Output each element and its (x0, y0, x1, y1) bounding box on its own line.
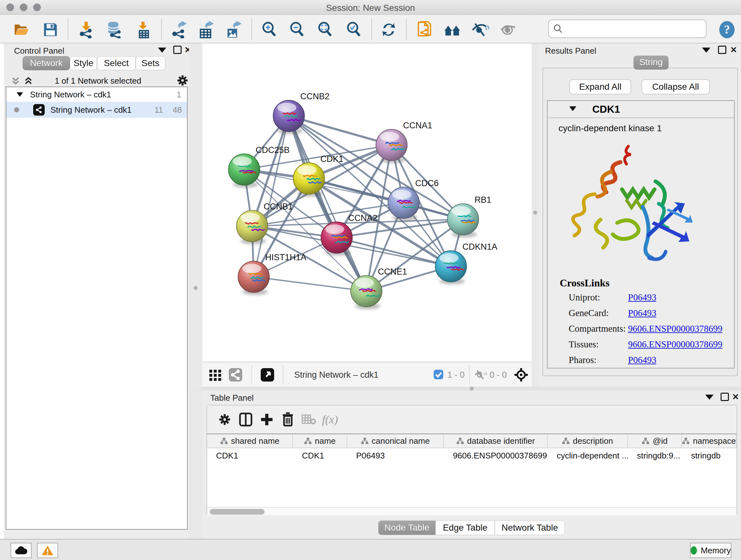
net-toolbar-separator (469, 366, 470, 384)
table-panel-menu-icon[interactable] (705, 395, 714, 400)
collection-expander-icon[interactable] (16, 90, 23, 100)
table-panel: Table Panel ✕ f(x) shared namenamecanoni… (202, 390, 741, 539)
protein-section-header[interactable]: CDK1 (548, 101, 734, 118)
horizontal-splitter[interactable] (202, 387, 741, 390)
network-node-hist1h1a[interactable]: HIST1H1A (238, 253, 307, 295)
column-header-canonical-name[interactable]: canonical name (347, 434, 444, 448)
tab-sets[interactable]: Sets (136, 56, 165, 70)
warnings-button[interactable] (37, 543, 58, 558)
expand-all-button[interactable]: Expand All (569, 79, 631, 95)
refresh-icon[interactable] (380, 21, 398, 39)
main-toolbar: ? (0, 15, 741, 44)
first-neighbors-icon[interactable] (444, 21, 461, 39)
cloud-button[interactable] (10, 543, 31, 558)
selected-node-edge-count: 1 - 0 (448, 370, 465, 380)
network-node-cdc25b[interactable]: CDC25B (228, 145, 290, 188)
network-edge[interactable] (254, 277, 366, 291)
memory-button[interactable]: Memory (690, 543, 731, 558)
export-network-icon[interactable] (170, 21, 188, 39)
right-splitter[interactable] (532, 44, 539, 387)
table-cell: CDK1 (293, 448, 347, 463)
svg-text:?: ? (724, 23, 730, 36)
control-panel-float-icon[interactable] (173, 46, 182, 54)
crosslink-link[interactable]: 9606.ENSP00000378699 (628, 323, 723, 334)
create-column-plus-icon[interactable] (256, 410, 277, 429)
tab-style[interactable]: Style (70, 56, 97, 70)
delete-column-trash-icon[interactable] (277, 410, 298, 429)
show-graphics-details-icon[interactable] (499, 21, 517, 39)
column-label: database identifier (467, 436, 535, 446)
network-options-gear-icon[interactable] (176, 74, 189, 88)
network-row-selected[interactable]: String Network – cdk1 11 48 (6, 102, 187, 118)
column-label: canonical name (372, 436, 430, 446)
table-panel-close-icon[interactable]: ✕ (732, 392, 739, 402)
net-toolbar-separator (283, 366, 283, 384)
left-splitter[interactable] (189, 44, 202, 387)
results-panel-float-icon[interactable] (718, 46, 726, 54)
column-header-namespace[interactable]: namespace (682, 434, 737, 448)
save-session-icon[interactable] (42, 21, 59, 39)
network-canvas[interactable]: CCNB2CCNA1CDC25BCDK1CDC6RB1CCNB1CCNA2CDK… (202, 44, 532, 362)
zoom-fit-icon[interactable] (317, 21, 334, 39)
collapse-all-networks-icon[interactable] (11, 76, 20, 87)
toolbar-separator (252, 18, 252, 40)
zoom-out-icon[interactable] (288, 21, 307, 39)
section-expander-icon[interactable] (569, 105, 577, 113)
selected-checkbox-icon[interactable] (433, 369, 444, 381)
collapse-all-button[interactable]: Collapse All (642, 79, 710, 95)
column-header--id[interactable]: @id (628, 434, 682, 448)
search-input[interactable] (563, 24, 697, 34)
crosslink-row: Uniprot:P06493 (569, 292, 734, 303)
column-header-description[interactable]: description (548, 434, 628, 448)
show-columns-icon[interactable] (235, 410, 256, 429)
copy-network-icon[interactable] (415, 21, 433, 39)
crosslink-link[interactable]: P06493 (628, 292, 657, 303)
tab-network[interactable]: Network (23, 56, 70, 70)
network-collection-row[interactable]: String Network – cdk1 1 (6, 87, 187, 102)
zoom-in-icon[interactable] (261, 21, 279, 39)
import-network-icon[interactable] (77, 21, 95, 39)
fit-content-crosshair-icon[interactable] (514, 368, 529, 383)
control-panel-menu-icon[interactable] (158, 48, 166, 53)
network-node-cdkn1a[interactable]: CDKN1A (435, 242, 497, 285)
import-table-icon[interactable] (134, 21, 152, 39)
table-settings-gear-icon[interactable] (214, 410, 235, 429)
open-session-icon[interactable] (13, 21, 30, 39)
column-header-name[interactable]: name (293, 434, 347, 448)
toolbar-separator (161, 18, 162, 40)
table-row[interactable]: CDK1CDK1P064939606.ENSP00000378699cyclin… (207, 448, 737, 463)
crosslink-link[interactable]: P06493 (628, 355, 657, 365)
results-panel-close-icon[interactable]: ✕ (730, 45, 737, 55)
birds-eye-view-icon[interactable] (260, 368, 274, 383)
node-label: CCNA2 (348, 213, 378, 223)
scrollbar-thumb[interactable] (210, 509, 265, 515)
network-share-icon[interactable] (228, 368, 243, 383)
warning-icon (41, 545, 54, 556)
tab-string[interactable]: String (633, 56, 669, 70)
column-header-shared-name[interactable]: shared name (207, 434, 293, 448)
search-field[interactable] (548, 19, 706, 38)
tab-select[interactable]: Select (97, 56, 136, 70)
network-node-ccne1[interactable]: CCNE1 (351, 267, 407, 309)
collection-count: 1 (177, 90, 181, 100)
zoom-selected-icon[interactable] (345, 21, 363, 39)
network-edge[interactable] (289, 116, 366, 291)
column-header-database-identifier[interactable]: database identifier (444, 434, 548, 448)
tab-node-table[interactable]: Node Table (378, 520, 435, 535)
export-image-icon[interactable] (224, 21, 242, 39)
help-icon[interactable]: ? (718, 21, 736, 39)
results-panel-menu-icon[interactable] (702, 48, 711, 53)
crosslink-link[interactable]: 9606.ENSP00000378699 (628, 339, 723, 350)
table-panel-float-icon[interactable] (721, 393, 729, 401)
crosslink-link[interactable]: P06493 (628, 308, 657, 318)
grid-view-icon[interactable] (209, 368, 222, 383)
tab-network-table[interactable]: Network Table (495, 520, 565, 535)
tab-edge-table[interactable]: Edge Table (435, 520, 495, 535)
expand-all-networks-icon[interactable] (23, 76, 33, 87)
table-horizontal-scrollbar[interactable] (207, 507, 737, 515)
crosslink-row: Pharos:P06493 (569, 355, 734, 365)
import-network-from-database-icon[interactable] (105, 21, 123, 39)
export-table-icon[interactable] (197, 21, 215, 39)
network-node-rb1[interactable]: RB1 (448, 195, 491, 238)
hide-selected-icon[interactable] (471, 21, 489, 39)
